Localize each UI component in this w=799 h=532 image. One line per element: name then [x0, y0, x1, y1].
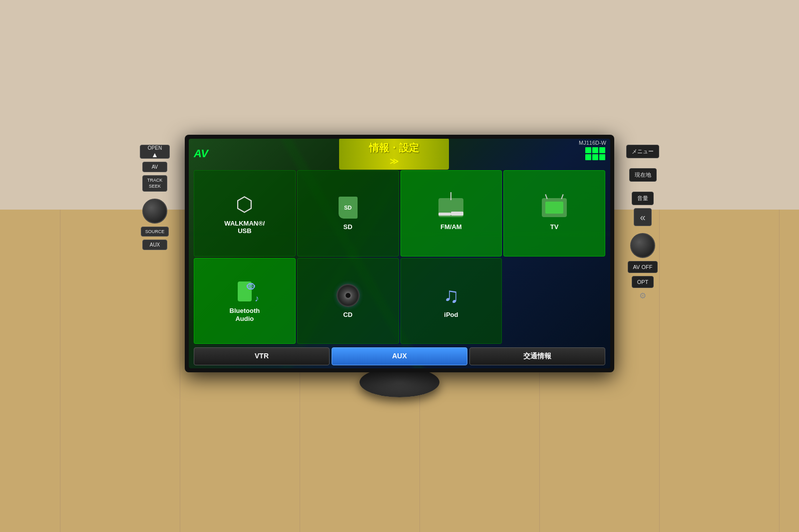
aux-button-left[interactable]: AUX	[142, 240, 167, 250]
traffic-button[interactable]: 交通情報	[469, 347, 605, 365]
left-controls: OPEN ▲ AV TRACK SEEK SOURCE AUX	[140, 145, 170, 250]
volume-knob-right[interactable]	[630, 233, 655, 258]
settings-icon[interactable]: ⚙	[639, 291, 646, 300]
tv-label: TV	[550, 223, 559, 231]
sd-icon: SD	[336, 195, 361, 220]
head-unit: MJ116D-W OPEN ▲ AV TRACK SEEK SOURCE AUX…	[185, 135, 614, 372]
opt-button[interactable]: OPT	[632, 276, 654, 288]
menu-item-fmam[interactable]: FM/AM	[400, 170, 502, 257]
source-button[interactable]: SOURCE	[141, 227, 169, 237]
screen-header: AV 情報・設定 ≫	[189, 139, 610, 169]
model-number: MJ116D-W	[579, 140, 606, 146]
menu-grid: ⬡ WALKMAN®/USB SD SD	[189, 169, 610, 345]
menu-item-tv[interactable]: TV	[503, 170, 605, 257]
av-button[interactable]: AV	[142, 162, 167, 172]
menu-item-bluetooth-audio[interactable]: ⭖ ♪ BluetoothAudio	[194, 258, 296, 344]
tv-icon	[542, 195, 567, 220]
grid-icon[interactable]	[585, 147, 605, 160]
chevron-button[interactable]: «	[634, 208, 652, 226]
current-location-button[interactable]: 現在地	[629, 168, 657, 182]
volume-label: 音量	[632, 192, 654, 205]
title-bg: 情報・設定 ≫	[339, 139, 449, 170]
sd-label: SD	[344, 223, 353, 231]
aux-button[interactable]: AUX	[332, 347, 467, 365]
usb-icon: ⬡	[232, 192, 257, 217]
bluetooth-audio-label: BluetoothAudio	[230, 307, 260, 322]
screen-title: 情報・設定	[369, 141, 419, 155]
menu-item-walkman-usb[interactable]: ⬡ WALKMAN®/USB	[194, 170, 296, 257]
track-seek-button[interactable]: TRACK SEEK	[142, 175, 167, 192]
volume-knob-left[interactable]	[142, 199, 167, 224]
title-chevron: ≫	[369, 156, 419, 167]
radio-icon	[438, 195, 463, 220]
menu-item-cd[interactable]: CD	[297, 258, 399, 344]
screen-content: AV 情報・設定 ≫	[189, 139, 610, 368]
bottom-bar: VTR AUX 交通情報	[189, 345, 610, 368]
fmam-label: FM/AM	[440, 223, 462, 231]
walkman-usb-label: WALKMAN®/USB	[224, 220, 265, 235]
screen: AV 情報・設定 ≫	[189, 139, 610, 368]
right-controls: メニュー 現在地 音量 « AV OFF OPT ⚙	[626, 145, 659, 300]
menu-item-sd[interactable]: SD SD	[297, 170, 399, 257]
title-bar: 情報・設定 ≫	[208, 139, 580, 170]
av-label: AV	[194, 147, 208, 160]
bluetooth-icon: ⭖ ♪	[232, 279, 257, 304]
menu-button[interactable]: メニュー	[626, 145, 659, 158]
empty-cell	[503, 258, 605, 344]
open-button[interactable]: OPEN ▲	[140, 145, 170, 159]
vtr-button[interactable]: VTR	[194, 347, 330, 365]
menu-item-ipod[interactable]: ♫ iPod	[400, 258, 502, 344]
ipod-label: iPod	[444, 311, 458, 319]
av-off-button[interactable]: AV OFF	[628, 261, 658, 273]
cd-label: CD	[343, 311, 353, 319]
ipod-icon: ♫	[438, 283, 463, 308]
cd-icon	[336, 283, 361, 308]
